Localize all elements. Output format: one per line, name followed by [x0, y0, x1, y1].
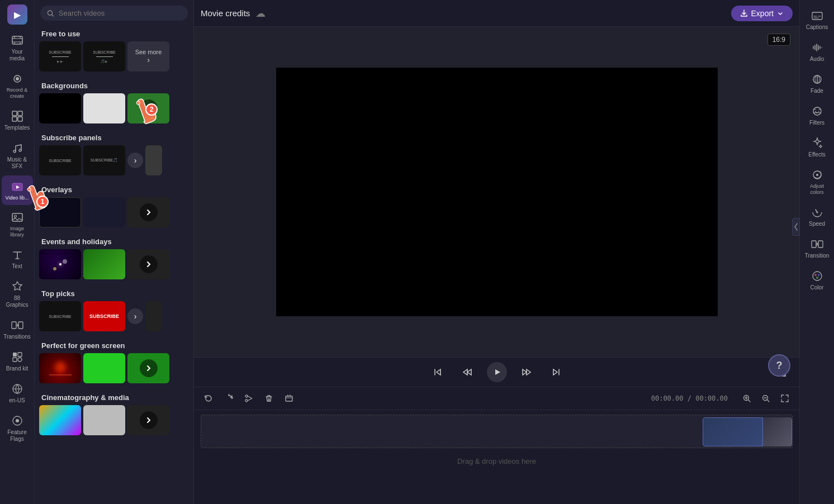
sidebar-item-transitions[interactable]: Transitions	[2, 314, 33, 345]
section-title-events-holidays: Events and holidays	[35, 233, 193, 249]
svg-point-23	[245, 395, 248, 397]
sidebar-label-music-sfx: Music & SFX	[4, 156, 31, 170]
search-bar[interactable]	[40, 6, 188, 21]
sidebar-item-record-create[interactable]: Record & create	[2, 68, 33, 104]
right-panel-filters[interactable]: Filters	[802, 100, 833, 131]
rewind-button[interactable]	[458, 363, 476, 381]
bg-see-more[interactable]	[127, 93, 169, 123]
free-thumb-1[interactable]: SUBSCRIBE ▶ ▶	[39, 41, 81, 72]
right-label-captions: Captions	[806, 24, 828, 31]
svg-rect-15	[18, 353, 22, 356]
sidebar-item-your-media[interactable]: Your media	[2, 29, 33, 66]
cloud-save-icon: ☁	[255, 7, 266, 20]
sidebar-label-graphics: 88 Graphics	[4, 295, 31, 308]
right-panel-effects[interactable]: Effects	[802, 132, 833, 163]
sub-thumb-1[interactable]: SUBSCRIBE	[39, 145, 81, 175]
right-panel-fade[interactable]: Fade	[802, 68, 833, 99]
svg-point-39	[816, 277, 818, 279]
sidebar-item-image-library[interactable]: Image library	[2, 206, 33, 243]
export-button[interactable]: Export	[731, 6, 793, 21]
clip-thumbnail	[762, 417, 792, 446]
right-label-speed: Speed	[809, 221, 825, 227]
sidebar-label-text: Text	[12, 263, 22, 270]
cine-see-more[interactable]	[127, 405, 169, 435]
timeline-area: 00:00.00 / 00:00.00	[194, 387, 799, 504]
top-thumb-2[interactable]: SUBSCRIBE	[83, 301, 125, 331]
svg-point-30	[813, 107, 821, 115]
sub-thumb-3[interactable]	[145, 145, 162, 175]
svg-point-20	[16, 419, 19, 422]
right-panel-transition[interactable]: Transition	[802, 233, 833, 264]
play-button[interactable]	[487, 362, 507, 382]
video-canvas	[276, 68, 718, 316]
right-panel: Captions Audio Fade Filters	[799, 0, 834, 504]
add-media-button[interactable]	[281, 391, 297, 406]
sidebar-item-templates[interactable]: Templates	[2, 105, 33, 136]
right-panel-collapse[interactable]	[792, 218, 800, 236]
redo-button[interactable]	[221, 391, 236, 406]
audio-icon	[811, 41, 824, 54]
free-to-use-row: SUBSCRIBE ▶ ▶ SUBSCRIBE 🎵 ▶ See more ›	[35, 41, 193, 77]
subscribe-chevron[interactable]: ›	[127, 153, 143, 168]
sidebar-item-video-library[interactable]: Video lib...	[2, 175, 33, 206]
skip-back-button[interactable]	[429, 363, 447, 381]
undo-button[interactable]	[201, 391, 216, 406]
search-input[interactable]	[59, 9, 181, 17]
right-panel-audio[interactable]: Audio	[802, 36, 833, 67]
gs-thumb-2[interactable]	[83, 353, 125, 383]
cut-button[interactable]	[241, 391, 257, 406]
top-thumb-3[interactable]	[145, 301, 162, 331]
fit-timeline-button[interactable]	[777, 391, 793, 406]
aspect-ratio-badge[interactable]: 16:9	[767, 34, 790, 46]
sidebar-item-graphics[interactable]: 88 Graphics	[2, 275, 33, 313]
free-thumb-2[interactable]: SUBSCRIBE 🎵 ▶	[83, 41, 125, 72]
events-thumb-1[interactable]	[39, 249, 81, 279]
right-label-audio: Audio	[810, 56, 824, 63]
zoom-out-button[interactable]	[758, 391, 774, 406]
bg-thumb-black[interactable]	[39, 93, 81, 123]
top-thumb-1[interactable]: SUBSCRIBE	[39, 301, 81, 331]
gs-thumb-1[interactable]	[39, 353, 81, 383]
skip-forward-button[interactable]	[547, 363, 565, 381]
overlay-thumb-1[interactable]	[39, 197, 81, 227]
events-thumb-2[interactable]	[83, 249, 125, 279]
film-icon	[11, 34, 24, 47]
right-panel-captions[interactable]: Captions	[802, 4, 833, 35]
fast-forward-button[interactable]	[518, 363, 536, 381]
right-panel-adjust-colors[interactable]: Adjust colors	[802, 164, 833, 200]
zoom-in-button[interactable]	[739, 391, 755, 406]
fade-icon	[811, 73, 824, 86]
green-screen-row	[35, 353, 193, 389]
right-label-filters: Filters	[809, 120, 824, 126]
right-label-fade: Fade	[811, 88, 823, 94]
top-picks-chevron[interactable]: ›	[127, 308, 143, 324]
sidebar-item-en-us[interactable]: en-US	[2, 378, 33, 408]
sidebar-label-en-us: en-US	[9, 397, 25, 404]
help-button[interactable]: ?	[768, 354, 790, 377]
drag-drop-hint: Drag & drop videos here	[201, 457, 793, 465]
timeline-clip[interactable]	[703, 417, 792, 446]
delete-button[interactable]	[261, 391, 277, 406]
subscribe-panels-row: SUBSCRIBE SUBSCRIBE🎵 ›	[35, 145, 193, 181]
overlay-thumb-2[interactable]	[83, 197, 125, 227]
events-see-more[interactable]	[127, 249, 169, 279]
free-see-more[interactable]: See more ›	[127, 41, 169, 72]
cine-thumb-2[interactable]	[83, 405, 125, 435]
sidebar-item-text[interactable]: Text	[2, 244, 33, 274]
sidebar-item-brand-kit[interactable]: Brand kit	[2, 346, 33, 377]
right-panel-color[interactable]: Color	[802, 265, 833, 296]
gs-see-more[interactable]	[127, 353, 169, 383]
speed-icon	[811, 206, 824, 219]
sidebar-item-feature-flags[interactable]: Feature Flags	[2, 410, 33, 447]
sidebar-item-music-sfx[interactable]: Music & SFX	[2, 137, 33, 174]
section-title-free-to-use: Free to use	[35, 25, 193, 41]
sub-thumb-2[interactable]: SUBSCRIBE🎵	[83, 145, 125, 175]
cine-thumb-1[interactable]	[39, 405, 81, 435]
right-label-adjust-colors: Adjust colors	[804, 183, 831, 196]
svg-point-8	[19, 149, 21, 151]
transition-icon	[811, 237, 824, 251]
right-panel-speed[interactable]: Speed	[802, 201, 833, 232]
bg-thumb-white[interactable]	[83, 93, 125, 123]
flags-icon	[11, 414, 24, 427]
overlay-see-more[interactable]	[127, 197, 169, 227]
